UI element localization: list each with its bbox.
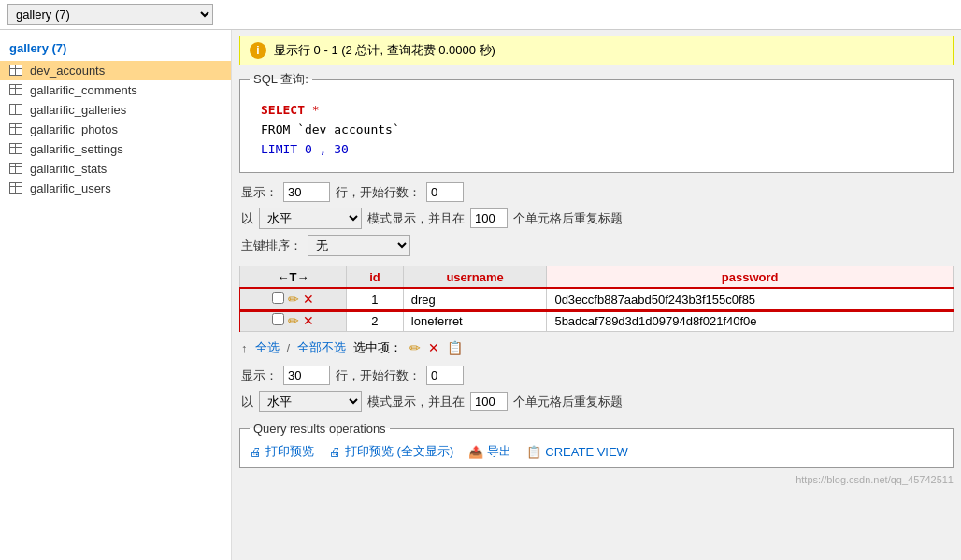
row-actions-cell: ✏ ✕ — [240, 310, 347, 332]
sql-limit-value: 0 , 30 — [305, 142, 349, 156]
show-input-bottom[interactable] — [283, 366, 330, 385]
primary-key-row: 主键排序： 无 — [232, 235, 961, 262]
query-action-打印预览 (全文显示)[interactable]: 🖨打印预览 (全文显示) — [329, 443, 453, 460]
col-username-header: username — [403, 266, 547, 289]
cells-input-bottom[interactable] — [470, 392, 508, 411]
cell-username: loneferret — [403, 310, 547, 332]
query-results-legend: Query results operations — [250, 422, 390, 436]
row-checkbox[interactable] — [272, 292, 284, 304]
row-label-bottom: 行，开始行数： — [336, 367, 421, 384]
sidebar: gallery (7) dev_accountsgallarific_comme… — [0, 30, 232, 560]
col-id-header: id — [347, 266, 404, 289]
top-bar: gallery (7) — [0, 0, 961, 30]
sidebar-item-gallarific_stats[interactable]: gallarific_stats — [0, 159, 231, 179]
table-icon — [9, 143, 24, 156]
primary-key-select[interactable]: 无 — [308, 235, 410, 256]
deselect-all-link[interactable]: 全部不选 — [297, 339, 346, 356]
sidebar-item-label: gallarific_photos — [30, 122, 118, 136]
query-action-label: 打印预览 (全文显示) — [345, 443, 453, 460]
query-action-CREATE VIEW[interactable]: 📋CREATE VIEW — [526, 445, 628, 459]
row-actions-cell: ✏ ✕ — [240, 289, 347, 310]
show-input-top[interactable] — [283, 182, 330, 202]
sql-section: SQL 查询: SELECT * FROM `dev_accounts` LIM… — [239, 71, 954, 173]
sidebar-item-dev_accounts[interactable]: dev_accounts — [0, 61, 231, 80]
table-icon — [9, 163, 24, 176]
col-password-header: password — [547, 266, 954, 289]
bottom-action-row: ↑ 全选 / 全部不选 选中项： ✏ ✕ 📋 — [232, 336, 961, 360]
cell-password: 0d3eccfb887aabd50f243b3f155c0f85 — [547, 289, 954, 310]
data-table: ←T→ id username password ✏ ✕1dreg0d3eccf… — [239, 266, 954, 332]
table-icon — [9, 123, 24, 136]
start-input-top[interactable] — [426, 182, 464, 202]
mode-select-top[interactable]: 水平 — [259, 208, 362, 229]
main-content: i 显示行 0 - 1 (2 总计, 查询花费 0.0000 秒) SQL 查询… — [232, 30, 961, 560]
table-row: ✏ ✕2loneferret5badcaf789d3d1d09794d8f021… — [240, 310, 954, 332]
show-label-bottom: 显示： — [241, 367, 278, 384]
cell-username: dreg — [403, 289, 547, 310]
query-action-label: CREATE VIEW — [545, 445, 628, 459]
col-nav: ←T→ — [240, 266, 347, 289]
nav-header: ←T→ — [278, 270, 309, 284]
row-label-top: 行，开始行数： — [336, 184, 421, 201]
sidebar-item-label: dev_accounts — [30, 64, 105, 78]
cell-password: 5badcaf789d3d1d09794d8f021f40f0e — [547, 310, 954, 332]
query-results-actions: 🖨打印预览🖨打印预览 (全文显示)📤导出📋CREATE VIEW — [250, 441, 943, 462]
table-icon — [9, 182, 24, 195]
sidebar-item-gallarific_settings[interactable]: gallarific_settings — [0, 139, 231, 159]
sidebar-item-gallarific_comments[interactable]: gallarific_comments — [0, 80, 231, 100]
delete-selected-icon[interactable]: ✕ — [428, 340, 439, 355]
show-label-top: 显示： — [241, 184, 278, 201]
copy-selected-icon[interactable]: 📋 — [447, 340, 463, 355]
cells-suffix-top: 个单元格后重复标题 — [513, 210, 623, 227]
start-input-bottom[interactable] — [426, 366, 464, 385]
printer-icon: 🖨 — [329, 445, 341, 459]
sql-content: SELECT * FROM `dev_accounts` LIMIT 0 , 3… — [250, 93, 943, 166]
sidebar-title: gallery (7) — [0, 37, 231, 61]
table-row: ✏ ✕1dreg0d3eccfb887aabd50f243b3f155c0f85 — [240, 289, 954, 310]
query-action-导出[interactable]: 📤导出 — [468, 443, 511, 460]
sidebar-item-label: gallarific_settings — [30, 142, 123, 156]
printer-icon: 🖨 — [250, 445, 262, 459]
sidebar-item-gallarific_users[interactable]: gallarific_users — [0, 179, 231, 198]
edit-selected-icon[interactable]: ✏ — [409, 340, 421, 355]
row-delete-icon[interactable]: ✕ — [303, 313, 314, 328]
query-action-label: 打印预览 — [265, 443, 314, 460]
sidebar-item-label: gallarific_comments — [30, 83, 137, 97]
display-controls-top: 显示： 行，开始行数： — [232, 177, 961, 208]
sidebar-item-label: gallarific_stats — [30, 162, 107, 176]
table-icon — [9, 65, 24, 78]
info-bar: i 显示行 0 - 1 (2 总计, 查询花费 0.0000 秒) — [239, 36, 954, 65]
cell-id: 2 — [347, 310, 404, 332]
primary-key-label: 主键排序： — [241, 237, 302, 254]
sql-limit-keyword: LIMIT — [261, 142, 297, 156]
info-message: 显示行 0 - 1 (2 总计, 查询花费 0.0000 秒) — [274, 42, 495, 59]
query-results-section: Query results operations 🖨打印预览🖨打印预览 (全文显… — [239, 422, 954, 468]
display-controls-mode-bottom: 以 水平 模式显示，并且在 个单元格后重复标题 — [232, 391, 961, 418]
sidebar-item-gallarific_galleries[interactable]: gallarific_galleries — [0, 100, 231, 120]
mode-suffix-bottom: 模式显示，并且在 — [367, 394, 465, 410]
sql-select-keyword: SELECT — [261, 103, 305, 117]
row-edit-icon[interactable]: ✏ — [288, 313, 299, 328]
sidebar-item-gallarific_photos[interactable]: gallarific_photos — [0, 120, 231, 139]
query-action-打印预览[interactable]: 🖨打印预览 — [250, 443, 314, 460]
sql-legend: SQL 查询: — [250, 71, 312, 88]
sql-star: * — [312, 103, 320, 117]
sql-table-name: `dev_accounts` — [297, 122, 400, 136]
database-select[interactable]: gallery (7) — [7, 4, 213, 25]
view-icon: 📋 — [526, 445, 541, 459]
row-delete-icon[interactable]: ✕ — [303, 292, 314, 307]
mode-select-bottom[interactable]: 水平 — [259, 391, 362, 412]
query-action-label: 导出 — [487, 443, 511, 460]
data-table-container: ←T→ id username password ✏ ✕1dreg0d3eccf… — [239, 266, 954, 332]
sidebar-item-label: gallarific_galleries — [30, 103, 126, 117]
row-checkbox[interactable] — [272, 313, 284, 325]
row-edit-icon[interactable]: ✏ — [288, 292, 299, 307]
info-icon: i — [250, 42, 266, 59]
table-icon — [9, 84, 24, 97]
cells-input-top[interactable] — [470, 208, 508, 228]
cells-suffix-bottom: 个单元格后重复标题 — [513, 394, 623, 410]
mode-suffix-top: 模式显示，并且在 — [367, 210, 465, 227]
url-hint: https://blog.csdn.net/qq_45742511 — [232, 472, 961, 487]
mode-label-top: 以 — [241, 210, 253, 227]
select-all-link[interactable]: 全选 — [255, 339, 280, 356]
